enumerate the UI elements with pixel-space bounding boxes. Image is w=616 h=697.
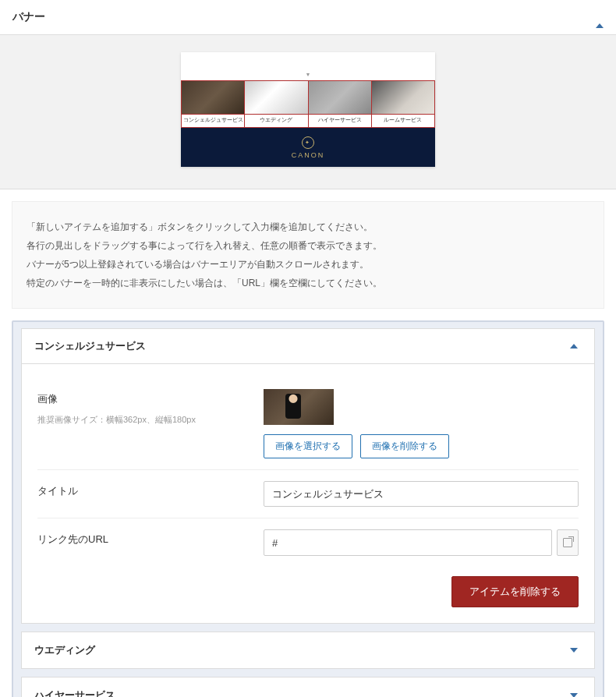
caret-up-icon xyxy=(570,344,578,348)
item-expand-toggle[interactable] xyxy=(566,642,582,658)
url-input[interactable] xyxy=(264,529,552,556)
image-hint: 推奨画像サイズ：横幅362px、縦幅180px xyxy=(37,414,264,426)
preview-banner-label: ハイヤーサービス xyxy=(308,115,371,128)
image-control: 画像を選択する 画像を削除する xyxy=(264,389,579,458)
image-field-row: 画像 推奨画像サイズ：横幅362px、縦幅180px 画像を選択する 画像を削除… xyxy=(37,378,579,470)
section-title: バナー xyxy=(12,10,45,24)
item-expand-toggle[interactable] xyxy=(566,688,582,697)
banner-item-header[interactable]: ハイヤーサービス xyxy=(21,677,595,697)
banner-item-header[interactable]: ウエディング xyxy=(21,632,595,669)
title-field-row: タイトル xyxy=(37,470,579,518)
field-label: 画像 推奨画像サイズ：横幅362px、縦幅180px xyxy=(37,389,264,426)
caret-up-icon xyxy=(596,12,604,28)
preview-banner-image xyxy=(308,80,371,115)
image-thumbnail[interactable] xyxy=(264,389,334,425)
preview-label-row: コンシェルジュサービス ウエディング ハイヤーサービス ルームサービス xyxy=(181,115,435,128)
instruction-line: バナーが5つ以上登録されている場合はバナーエリアが自動スクロールされます。 xyxy=(27,255,589,274)
instruction-line: 各行の見出しをドラッグする事によって行を入れ替え、任意の順番で表示できます。 xyxy=(27,236,589,255)
url-field-row: リンク先のURL xyxy=(37,518,579,567)
select-image-button[interactable]: 画像を選択する xyxy=(264,434,352,458)
preview-banner-label: ウエディング xyxy=(244,115,307,128)
delete-item-button[interactable]: アイテムを削除する xyxy=(451,576,579,607)
preview-area: コンシェルジュサービス ウエディング ハイヤーサービス ルームサービス ✦ CA… xyxy=(0,35,616,189)
instruction-line: 「新しいアイテムを追加する」ボタンをクリックして入力欄を追加してください。 xyxy=(27,218,589,236)
field-label: タイトル xyxy=(37,481,264,498)
url-control xyxy=(264,529,579,556)
preview-banner-label: コンシェルジュサービス xyxy=(181,115,244,128)
caret-down-icon xyxy=(570,693,578,697)
preview-box: コンシェルジュサービス ウエディング ハイヤーサービス ルームサービス ✦ CA… xyxy=(181,52,435,167)
brand-name: CANON xyxy=(292,151,325,159)
delete-image-button[interactable]: 画像を削除する xyxy=(360,434,449,458)
banner-item-title: コンシェルジュサービス xyxy=(34,339,146,353)
preview-banner-image xyxy=(371,80,435,115)
collapse-toggle[interactable] xyxy=(596,12,604,23)
preview-hero xyxy=(181,52,435,80)
banner-item-title: ハイヤーサービス xyxy=(34,688,115,697)
banner-item-header[interactable]: コンシェルジュサービス xyxy=(21,328,595,364)
section-header: バナー xyxy=(0,0,616,35)
external-link-icon xyxy=(563,538,572,547)
instruction-line: 特定のバナーを一時的に非表示にしたい場合は、「URL」欄を空欄にしてください。 xyxy=(27,274,589,292)
logo-icon: ✦ xyxy=(302,136,314,149)
item-collapse-toggle[interactable] xyxy=(566,338,582,354)
preview-footer: ✦ CANON xyxy=(181,128,435,167)
image-label: 画像 xyxy=(37,393,58,405)
repeater-container: コンシェルジュサービス 画像 推奨画像サイズ：横幅362px、縦幅180px 画… xyxy=(12,320,604,697)
preview-banner-label: ルームサービス xyxy=(371,115,435,128)
caret-down-icon xyxy=(570,648,578,653)
field-label: リンク先のURL xyxy=(37,529,264,547)
open-url-button[interactable] xyxy=(557,529,579,556)
instructions-box: 「新しいアイテムを追加する」ボタンをクリックして入力欄を追加してください。 各行… xyxy=(12,201,604,309)
banner-item-title: ウエディング xyxy=(34,643,95,657)
title-control xyxy=(264,481,579,507)
banner-item-body: 画像 推奨画像サイズ：横幅362px、縦幅180px 画像を選択する 画像を削除… xyxy=(21,364,595,624)
preview-banner-image xyxy=(244,80,307,115)
preview-banner-row xyxy=(181,80,435,115)
title-input[interactable] xyxy=(264,481,579,507)
preview-banner-image xyxy=(181,80,244,115)
